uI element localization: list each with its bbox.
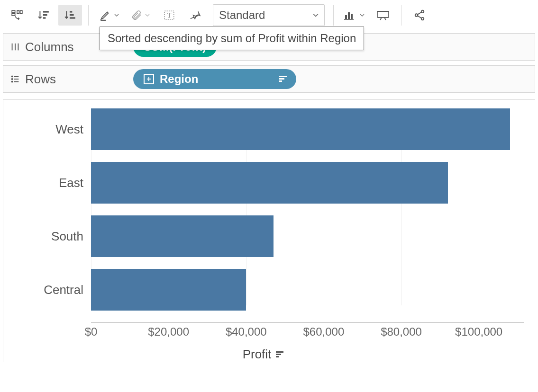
- presentation-icon: [376, 9, 390, 21]
- presentation-mode-button[interactable]: [371, 5, 395, 26]
- pin-icon: [190, 9, 201, 21]
- chevron-down-icon: [114, 13, 119, 18]
- svg-rect-14: [351, 14, 353, 19]
- svg-rect-9: [70, 17, 75, 18]
- sort-desc-icon: [64, 9, 76, 21]
- svg-rect-23: [279, 78, 284, 80]
- fit-mode-select[interactable]: Standard: [213, 4, 325, 26]
- x-axis-title[interactable]: Profit: [3, 347, 524, 362]
- tick-label: $80,000: [381, 325, 422, 339]
- sort-descending-button[interactable]: [58, 5, 82, 26]
- category-label[interactable]: South: [51, 229, 83, 244]
- bar-row[interactable]: South: [91, 215, 524, 257]
- svg-point-20: [11, 79, 12, 80]
- expand-icon[interactable]: +: [144, 74, 154, 84]
- bar-row[interactable]: East: [91, 162, 524, 204]
- category-label[interactable]: West: [55, 122, 83, 137]
- highlighter-icon: [99, 9, 111, 21]
- rows-pill-region[interactable]: + Region: [133, 69, 296, 89]
- rows-icon: [8, 74, 22, 84]
- swap-icon: [11, 9, 23, 21]
- sort-indicator-icon: [279, 75, 288, 83]
- svg-rect-5: [43, 14, 47, 16]
- category-label[interactable]: East: [59, 176, 83, 190]
- bar[interactable]: [91, 162, 448, 204]
- sort-ascending-button[interactable]: [32, 5, 55, 26]
- svg-rect-1: [12, 14, 15, 16]
- svg-rect-15: [378, 11, 388, 18]
- pill-text: Region: [160, 72, 198, 86]
- show-me-button[interactable]: [340, 5, 368, 26]
- x-axis-ticks: $0$20,000$40,000$60,000$80,000$100,000: [91, 325, 524, 344]
- chevron-down-icon: [145, 13, 150, 18]
- svg-rect-13: [348, 12, 350, 19]
- tick-label: $20,000: [148, 325, 189, 339]
- svg-rect-25: [276, 351, 283, 353]
- text-label-icon: T: [163, 9, 175, 21]
- svg-rect-0: [12, 10, 15, 12]
- swap-rows-columns-button[interactable]: [5, 5, 29, 26]
- sort-tooltip: Sorted descending by sum of Profit withi…: [100, 27, 364, 50]
- bar-row[interactable]: Central: [91, 269, 524, 311]
- svg-text:T: T: [167, 11, 172, 19]
- fit-mode-value: Standard: [219, 9, 265, 22]
- share-icon: [413, 9, 426, 21]
- axis-title-text: Profit: [243, 347, 272, 362]
- bar[interactable]: [91, 215, 274, 257]
- tick-label: $100,000: [455, 325, 502, 339]
- svg-rect-24: [279, 80, 282, 82]
- svg-rect-7: [70, 11, 72, 12]
- rows-label: Rows: [25, 72, 129, 87]
- toolbar: T Standard: [0, 0, 538, 30]
- category-label[interactable]: Central: [44, 283, 83, 297]
- share-button[interactable]: [408, 5, 431, 26]
- chart-view: WestEastSouthCentral $0$20,000$40,000$60…: [3, 99, 535, 362]
- rows-shelf[interactable]: Rows + Region: [3, 65, 535, 93]
- tooltip-text: Sorted descending by sum of Profit withi…: [108, 32, 356, 45]
- columns-icon: [8, 42, 22, 52]
- pin-button[interactable]: [184, 5, 208, 26]
- bar-row[interactable]: West: [91, 108, 524, 150]
- toolbar-separator: [88, 5, 89, 26]
- svg-point-19: [11, 76, 12, 77]
- svg-rect-27: [276, 356, 279, 357]
- attach-button[interactable]: [126, 5, 155, 26]
- svg-rect-6: [43, 17, 46, 18]
- svg-rect-22: [279, 76, 287, 77]
- sort-asc-icon: [37, 9, 50, 21]
- chevron-down-icon: [360, 13, 365, 18]
- tick-label: $40,000: [226, 325, 267, 339]
- sort-indicator-icon: [276, 351, 284, 358]
- tick-label: $60,000: [303, 325, 345, 339]
- svg-rect-4: [43, 11, 49, 12]
- svg-rect-2: [17, 10, 19, 14]
- bar[interactable]: [91, 269, 246, 311]
- chart-plot-area[interactable]: WestEastSouthCentral: [91, 108, 524, 324]
- svg-point-21: [11, 81, 12, 82]
- svg-rect-8: [70, 14, 74, 16]
- tick-label: $0: [85, 325, 98, 339]
- toolbar-separator: [333, 5, 334, 26]
- show-me-icon: [344, 9, 357, 21]
- svg-rect-26: [276, 354, 281, 355]
- paperclip-icon: [131, 9, 142, 21]
- svg-rect-3: [20, 10, 22, 14]
- show-labels-button[interactable]: T: [157, 5, 181, 26]
- highlight-button[interactable]: [95, 5, 123, 26]
- chevron-down-icon: [313, 12, 319, 18]
- bar[interactable]: [91, 108, 510, 150]
- svg-rect-12: [345, 15, 347, 19]
- toolbar-separator: [401, 5, 401, 26]
